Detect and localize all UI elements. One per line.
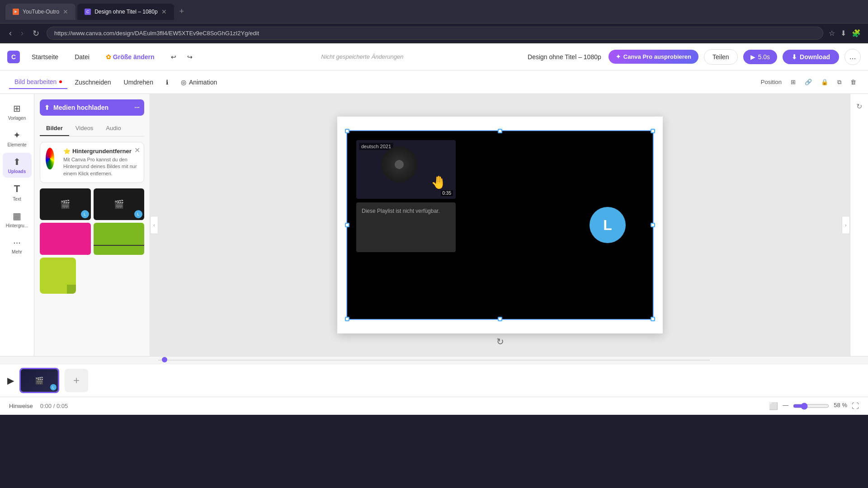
timeline-clip-1[interactable]: 🎬 L bbox=[19, 368, 59, 393]
play-timeline-icon: ▶ bbox=[7, 375, 14, 385]
back-button[interactable]: ‹ bbox=[7, 27, 14, 40]
tab-bilder[interactable]: Bilder bbox=[40, 121, 69, 136]
handle-top-right[interactable] bbox=[651, 129, 655, 133]
tab-videos[interactable]: Videos bbox=[69, 121, 100, 136]
tab-bilder-label: Bilder bbox=[46, 125, 63, 131]
refresh-button[interactable]: ↻ bbox=[31, 27, 41, 40]
tab2-close[interactable]: ✕ bbox=[161, 8, 167, 15]
handle-top-left[interactable] bbox=[345, 129, 349, 133]
canvas-design[interactable]: deutsch 2021 🤚 0:35 Diese Playlist ist n… bbox=[346, 130, 654, 320]
sidebar-item-mehr[interactable]: ··· Mehr bbox=[3, 234, 32, 258]
handle-mid-right[interactable] bbox=[651, 223, 655, 227]
unsaved-label: Nicht gespeicherte Änderungen bbox=[321, 53, 403, 60]
canva-pro-button[interactable]: ✦ Canva Pro ausprobieren bbox=[609, 50, 698, 64]
upload-icon: ⬆ bbox=[44, 104, 50, 111]
tab1-label: YouTube-Outro bbox=[23, 9, 59, 15]
handle-top-mid[interactable] bbox=[498, 129, 502, 133]
file-button[interactable]: Datei bbox=[70, 51, 94, 63]
fit-screen-button[interactable]: ⬜ bbox=[769, 402, 778, 410]
play-duration: 5.0s bbox=[758, 53, 770, 61]
home-label: Startseite bbox=[32, 53, 58, 61]
time-display: 0:00 / 0:05 bbox=[40, 403, 68, 409]
upload-media-button[interactable]: ⬆ Medien hochladen ··· bbox=[40, 99, 144, 116]
redo-button[interactable]: ↪ bbox=[183, 51, 197, 63]
info-button[interactable]: ℹ bbox=[160, 76, 174, 89]
timeline: ▶ 🎬 L + bbox=[0, 356, 868, 397]
media-item-4[interactable] bbox=[94, 223, 145, 254]
share-button[interactable]: Teilen bbox=[704, 49, 738, 65]
download-button[interactable]: ⬇ Download bbox=[783, 50, 839, 64]
play-preview-button[interactable]: ▶ 5.0s bbox=[743, 50, 777, 64]
crop-button[interactable]: Zuschneiden bbox=[69, 76, 116, 89]
sidebar-item-text[interactable]: T Text bbox=[3, 179, 32, 205]
nav-actions: ☆ ⬇ 🧩 bbox=[829, 29, 861, 38]
uploads-label: Uploads bbox=[8, 169, 26, 174]
handle-bottom-right[interactable] bbox=[651, 317, 655, 321]
edit-image-button[interactable]: Bild bearbeiten bbox=[9, 75, 67, 89]
browser-tab-2[interactable]: C Design ohne Titel – 1080p ✕ bbox=[77, 4, 174, 20]
timeline-content: ▶ 🎬 L + bbox=[0, 364, 868, 397]
hintergrund-icon: ▦ bbox=[13, 211, 21, 221]
video-embed-area: deutsch 2021 🤚 0:35 Diese Playlist ist n… bbox=[356, 140, 456, 252]
resize-button[interactable]: ✿ Größe ändern bbox=[101, 51, 159, 63]
add-scene-button[interactable]: + bbox=[65, 369, 88, 392]
media-item-5[interactable] bbox=[40, 258, 76, 294]
vorlagen-icon: ⊞ bbox=[13, 103, 21, 114]
media-panel: ⬆ Medien hochladen ··· Bilder Videos Aud… bbox=[34, 94, 150, 356]
expand-right-handle[interactable]: › bbox=[842, 216, 850, 234]
playlist-unavailable: Diese Playlist ist nicht verfügbar. bbox=[356, 202, 456, 252]
trash-icon-button[interactable]: 🗑 bbox=[848, 76, 859, 88]
refresh-right-button[interactable]: ↻ bbox=[854, 99, 865, 113]
browser-tabs: ▶ YouTube-Outro ✕ C Design ohne Titel – … bbox=[5, 4, 863, 20]
media-item-1[interactable]: 🎬 L bbox=[40, 188, 91, 220]
scrubber-head[interactable] bbox=[162, 357, 167, 362]
handle-bottom-left[interactable] bbox=[345, 317, 349, 321]
copy-icon-button[interactable]: ⧉ bbox=[835, 76, 844, 89]
zoom-slider[interactable] bbox=[793, 402, 829, 410]
elemente-icon: ✦ bbox=[13, 130, 21, 141]
header-right: ✦ Canva Pro ausprobieren Teilen ▶ 5.0s ⬇… bbox=[609, 49, 861, 65]
home-button[interactable]: Startseite bbox=[27, 51, 63, 63]
status-icons: ⬜ — 58 % ⛶ bbox=[769, 402, 859, 410]
undo-button[interactable]: ↩ bbox=[166, 51, 181, 63]
animation-button[interactable]: ◎ Animation bbox=[175, 76, 222, 89]
forward-button[interactable]: › bbox=[19, 27, 25, 40]
resize-label: Größe ändern bbox=[113, 53, 155, 61]
fullscreen-button[interactable]: ⛶ bbox=[852, 402, 859, 410]
sidebar-item-vorlagen[interactable]: ⊞ Vorlagen bbox=[3, 99, 32, 124]
tab1-close[interactable]: ✕ bbox=[63, 8, 68, 15]
lock-icon-button[interactable]: 🔒 bbox=[818, 76, 831, 88]
rotation-handle[interactable]: ↻ bbox=[496, 336, 504, 347]
position-button[interactable]: Position bbox=[758, 76, 784, 88]
browser-tab-1[interactable]: ▶ YouTube-Outro ✕ bbox=[5, 4, 75, 20]
media-item-2[interactable]: 🎬 L bbox=[94, 188, 145, 220]
tab-audio[interactable]: Audio bbox=[99, 121, 127, 136]
main-layout: ⊞ Vorlagen ✦ Elemente ⬆ Uploads T Text ▦… bbox=[0, 94, 868, 356]
sidebar-item-uploads[interactable]: ⬆ Uploads bbox=[3, 153, 32, 178]
collapse-panel-handle[interactable]: ‹ bbox=[150, 216, 158, 234]
more-dots-icon: ... bbox=[849, 52, 856, 61]
yt-favicon: ▶ bbox=[13, 9, 19, 15]
new-tab-button[interactable]: + bbox=[176, 5, 188, 18]
timeline-play-button[interactable]: ▶ bbox=[7, 375, 14, 386]
sidebar-item-hintergrund[interactable]: ▦ Hintergru... bbox=[3, 207, 32, 232]
clip-badge: L bbox=[50, 384, 57, 390]
media-badge-2: L bbox=[134, 210, 142, 218]
pro-star-icon: ✦ bbox=[616, 53, 621, 60]
grid-icon-button[interactable]: ⊞ bbox=[788, 76, 798, 88]
handle-mid-left[interactable] bbox=[345, 223, 349, 227]
sidebar-item-elemente[interactable]: ✦ Elemente bbox=[3, 126, 32, 151]
handle-bottom-mid[interactable] bbox=[498, 317, 502, 321]
flip-button[interactable]: Umdrehen bbox=[118, 76, 159, 89]
media-item-3[interactable] bbox=[40, 223, 91, 254]
promo-close-button[interactable]: ✕ bbox=[134, 146, 140, 155]
avatar-circle: L bbox=[590, 207, 626, 243]
video-disc bbox=[381, 146, 417, 183]
more-options-button[interactable]: ... bbox=[844, 49, 861, 65]
link-icon-button[interactable]: 🔗 bbox=[802, 76, 815, 88]
address-bar[interactable]: https://www.canva.com/design/DAEulm3fll4… bbox=[47, 27, 823, 40]
file-label: Datei bbox=[75, 53, 90, 61]
scrubber-line[interactable] bbox=[158, 360, 710, 361]
hints-label: Hinweise bbox=[9, 403, 33, 409]
panel-tabs: Bilder Videos Audio bbox=[40, 121, 144, 136]
